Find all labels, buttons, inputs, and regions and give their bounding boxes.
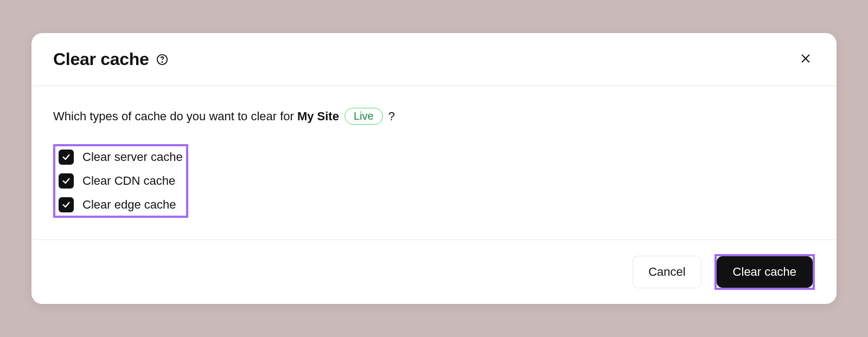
checkbox-label-server: Clear server cache xyxy=(82,150,183,164)
checkbox-cdn-cache[interactable] xyxy=(59,173,74,189)
svg-point-1 xyxy=(162,62,163,62)
prompt-prefix: Which types of cache do you want to clea… xyxy=(53,109,294,124)
clear-cache-button[interactable]: Clear cache xyxy=(717,256,813,288)
modal-title-wrap: Clear cache xyxy=(53,49,168,69)
help-icon[interactable] xyxy=(156,54,168,66)
check-icon xyxy=(62,200,71,209)
check-icon xyxy=(62,153,71,161)
modal-body: Which types of cache do you want to clea… xyxy=(31,86,837,239)
prompt-text: Which types of cache do you want to clea… xyxy=(53,108,815,125)
close-button[interactable] xyxy=(796,49,815,69)
check-icon xyxy=(62,177,71,185)
checkbox-row-cdn: Clear CDN cache xyxy=(59,173,183,189)
checkbox-label-cdn: Clear CDN cache xyxy=(82,174,175,188)
prompt-suffix: ? xyxy=(388,109,395,124)
close-icon xyxy=(800,53,812,66)
primary-button-highlight: Clear cache xyxy=(714,254,815,290)
clear-cache-modal: Clear cache Which types of cache do you … xyxy=(31,33,837,304)
checkbox-row-server: Clear server cache xyxy=(59,150,183,165)
cancel-button[interactable]: Cancel xyxy=(633,256,701,288)
modal-title: Clear cache xyxy=(53,49,149,69)
checkbox-edge-cache[interactable] xyxy=(59,197,74,212)
checkbox-row-edge: Clear edge cache xyxy=(59,197,183,212)
checkbox-server-cache[interactable] xyxy=(59,150,74,165)
checkbox-group: Clear server cache Clear CDN cache Clear… xyxy=(53,144,188,218)
checkbox-label-edge: Clear edge cache xyxy=(82,198,176,212)
site-name: My Site xyxy=(297,109,339,124)
modal-footer: Cancel Clear cache xyxy=(31,240,837,304)
environment-badge: Live xyxy=(344,108,383,125)
modal-header: Clear cache xyxy=(31,33,837,86)
